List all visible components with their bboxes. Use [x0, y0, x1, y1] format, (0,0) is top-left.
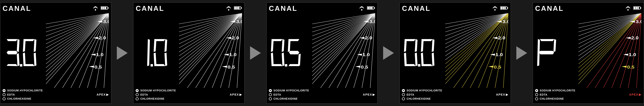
svg-text:2.0: 2.0	[365, 36, 372, 40]
svg-marker-104	[282, 53, 284, 66]
apex-label-2: APEX ▶	[230, 93, 242, 97]
svg-text:3.0: 3.0	[103, 19, 109, 24]
svg-line-217	[578, 13, 642, 80]
svg-marker-108	[288, 39, 290, 52]
arrow-shape-2	[250, 46, 261, 60]
svg-line-211	[578, 13, 642, 56]
sodium-row-4: SODIUM HYPOCHLORITE	[402, 89, 508, 92]
wifi-icon-2	[225, 5, 232, 12]
edta-icon-5	[535, 93, 538, 96]
svg-marker-17	[24, 64, 34, 66]
panel-1-bottom: SODIUM HYPOCHLORITE EDTA APEX ▶ CHLORHEX…	[2, 89, 109, 101]
panel-1-display	[4, 17, 39, 88]
svg-marker-161	[422, 64, 432, 66]
svg-rect-195	[640, 7, 641, 9]
svg-marker-109	[289, 51, 299, 54]
edta-row-1: EDTA APEX ▶	[2, 93, 109, 97]
svg-marker-13	[23, 39, 26, 52]
svg-marker-14	[34, 39, 36, 52]
svg-rect-198	[637, 7, 639, 9]
svg-rect-53	[236, 7, 238, 9]
sodium-row-5: SODIUM HYPOCHLORITE	[535, 89, 642, 92]
svg-point-0	[95, 9, 96, 10]
sodium-label-5: SODIUM HYPOCHLORITE	[540, 89, 575, 92]
apex-label-3: APEX ▶	[363, 93, 375, 97]
panel-5-bottom: SODIUM HYPOCHLORITE EDTA APEX ▶ CHLORHEX…	[535, 89, 642, 101]
header-icons-4	[492, 5, 508, 12]
svg-rect-97	[368, 7, 369, 9]
chlor-row-5: CHLORHEXIDINE	[535, 97, 642, 100]
svg-marker-58	[154, 39, 156, 52]
canal-label-5: CANAL	[535, 4, 564, 12]
panel-4-left	[402, 13, 445, 88]
panel-4: CANAL	[399, 2, 511, 104]
panel-3-display	[270, 17, 306, 88]
svg-marker-160	[432, 53, 434, 66]
panel-5-header: CANAL	[535, 4, 642, 12]
canal-label-3: CANAL	[269, 4, 298, 12]
panel-4-gauge: 3.0 2.0 1.0 0.5	[445, 13, 508, 88]
svg-text:0.5: 0.5	[94, 65, 102, 70]
svg-marker-200	[540, 39, 554, 41]
chlor-label-3: CHLORHEXIDINE	[274, 97, 298, 100]
svg-marker-44	[89, 66, 94, 68]
svg-marker-229	[622, 66, 626, 68]
svg-line-113	[312, 13, 375, 28]
panel-1-header: CANAL	[2, 4, 109, 12]
sodium-icon-3	[269, 89, 272, 92]
svg-marker-150	[404, 39, 407, 52]
svg-line-81	[204, 13, 242, 88]
svg-marker-55	[147, 39, 150, 66]
svg-marker-153	[415, 53, 418, 66]
svg-line-218	[578, 13, 642, 84]
chlor-row-1: CHLORHEXIDINE	[2, 97, 109, 100]
arrow-4	[511, 46, 532, 60]
panel-2-body: 3.0 2.0 1.0 0.5	[136, 13, 242, 88]
svg-rect-147	[502, 7, 504, 9]
svg-point-94	[361, 9, 362, 10]
panel-2: CANAL	[133, 2, 244, 104]
svg-text:0.5: 0.5	[627, 65, 634, 70]
panel-1-body: 3.0 2.0 1.0 0.5	[2, 13, 109, 88]
panel-5-body: 3.0 2.0 1.0 0.5	[535, 13, 642, 88]
svg-rect-51	[241, 7, 242, 9]
chlor-label-4: CHLORHEXIDINE	[406, 97, 431, 100]
panel-2-gauge: 3.0 2.0 1.0 0.5	[179, 13, 242, 88]
edta-icon-2	[136, 93, 139, 96]
svg-rect-56	[150, 64, 153, 67]
panel-3-body: 3.0 2.0 1.0 0.5	[269, 13, 375, 88]
svg-line-77	[179, 13, 242, 80]
svg-text:1.0: 1.0	[96, 52, 104, 57]
panel-2-display	[137, 17, 172, 88]
sodium-icon-1	[2, 89, 6, 92]
header-icons-5	[625, 5, 642, 12]
chlor-row-3: CHLORHEXIDINE	[269, 97, 375, 100]
edta-icon-1	[2, 93, 6, 96]
edta-label-3: EDTA	[274, 93, 281, 96]
arrow-shape-1	[117, 46, 128, 60]
svg-rect-196	[634, 7, 635, 9]
edta-label-5: EDTA	[540, 93, 548, 96]
panel-1-left	[2, 13, 46, 88]
svg-text:2.0: 2.0	[498, 36, 505, 40]
svg-marker-105	[272, 64, 282, 66]
canal-label-2: CANAL	[136, 4, 164, 12]
chlor-row-2: CHLORHEXIDINE	[136, 97, 242, 100]
panel-5-right: 3.0 2.0 1.0 0.5	[578, 13, 642, 88]
svg-marker-6	[7, 39, 18, 41]
sodium-row-1: SODIUM HYPOCHLORITE	[2, 89, 109, 92]
sodium-label-2: SODIUM HYPOCHLORITE	[140, 89, 176, 92]
svg-text:0.5: 0.5	[228, 65, 235, 70]
sodium-label-1: SODIUM HYPOCHLORITE	[7, 89, 43, 92]
svg-marker-201	[554, 39, 556, 52]
svg-line-33	[46, 13, 109, 84]
svg-marker-102	[282, 39, 284, 52]
panel-3-gauge: 3.0 2.0 1.0 0.5	[312, 13, 375, 88]
svg-line-184	[503, 13, 508, 88]
svg-text:3.0: 3.0	[369, 19, 375, 24]
svg-line-64	[179, 13, 242, 28]
svg-line-36	[71, 13, 109, 88]
panel-4-bottom: SODIUM HYPOCHLORITE EDTA APEX ▶ CHLORHEX…	[402, 89, 508, 101]
svg-marker-62	[154, 64, 165, 66]
svg-rect-3	[101, 7, 103, 9]
